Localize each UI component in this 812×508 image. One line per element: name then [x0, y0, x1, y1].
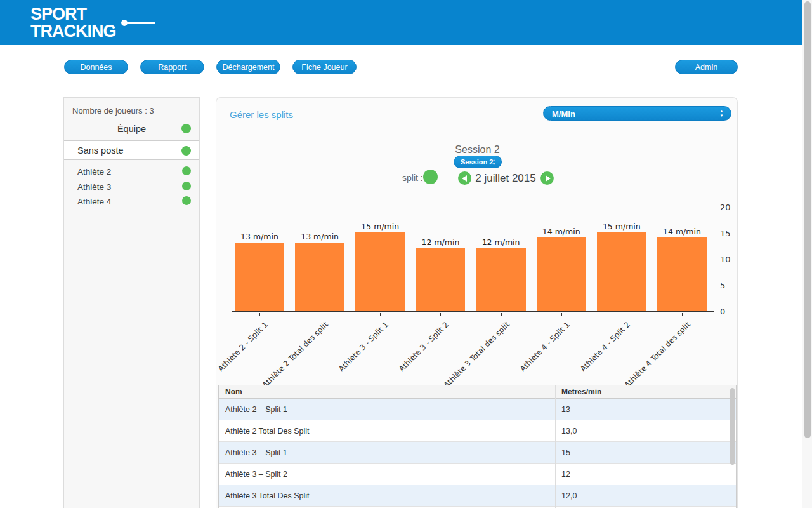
session-date: 2 juillet 2015 — [471, 172, 540, 185]
table-header: Nom Metres/min — [219, 385, 736, 399]
chart-bar[interactable] — [295, 243, 344, 311]
chart-bar[interactable] — [597, 232, 646, 311]
sidebar-item-athlete-4[interactable]: Athlète 4 — [64, 194, 199, 210]
session-heading: Session 2 — [216, 144, 738, 156]
splits-table: Nom Metres/min Athlète 2 – Split 113Athl… — [218, 385, 737, 508]
table-cell-value: 12,0 — [561, 491, 577, 500]
athlete-label: Athlète 2 — [77, 167, 111, 177]
nav-fiche-joueur-button[interactable]: Fiche Joueur — [292, 60, 357, 74]
select-arrows-icon: ▲▼ — [491, 158, 497, 166]
nav-buttons: DonnéesRapportDéchargementFiche Joueur — [64, 60, 357, 74]
table-cell-value: 12 — [561, 470, 570, 479]
split-status-dot[interactable] — [423, 170, 438, 184]
page: SPORT TRACKING DonnéesRapportDéchargemen… — [0, 0, 812, 508]
sidebar-item-athlete-2[interactable]: Athlète 2 — [64, 164, 199, 180]
table-cell-name: Athlète 3 – Split 1 — [225, 448, 287, 457]
table-cell-name: Athlète 3 Total Des Split — [225, 491, 309, 500]
chart-bar[interactable] — [235, 243, 284, 311]
team-status-dot[interactable] — [181, 124, 191, 133]
chart-bar[interactable] — [416, 248, 465, 311]
chart-bar-value-label: 12 m/min — [405, 237, 475, 247]
arrow-left-icon — [462, 175, 467, 182]
axis-tick — [380, 313, 381, 316]
logo-track-line-icon — [126, 22, 155, 24]
select-arrows-icon: ▲▼ — [719, 109, 724, 118]
chart-bar[interactable] — [355, 232, 405, 311]
nav-donnees-button[interactable]: Données — [64, 60, 128, 74]
nav-dechargement-button[interactable]: Déchargement — [216, 60, 280, 74]
table-cell-value: 15 — [561, 448, 570, 457]
chart-bar-value-label: 14 m/min — [647, 227, 717, 236]
table-cell-name: Athlète 2 Total Des Split — [225, 427, 309, 436]
splits-bar-chart: 13 m/minAthlète 2 - Split 113 m/minAthlè… — [232, 208, 714, 312]
next-date-button[interactable] — [540, 171, 554, 185]
chart-bar[interactable] — [657, 237, 707, 311]
axis-tick — [259, 313, 260, 316]
chart-bar-value-label: 12 m/min — [466, 237, 536, 247]
chart-bar-value-label: 13 m/min — [285, 232, 355, 241]
axis-tick — [561, 313, 562, 316]
players-sidebar: Nombre de joueurs : 3 Équipe Sans poste … — [63, 97, 200, 508]
app-header: SPORT TRACKING — [0, 0, 802, 45]
chart-bar-value-label: 15 m/min — [345, 222, 415, 231]
athlete-status-dot[interactable] — [182, 182, 191, 190]
column-header-nom: Nom — [225, 387, 242, 396]
axis-tick — [320, 313, 320, 316]
table-row: Athlète 3 Total Des Split12,0 — [219, 485, 736, 507]
player-count-label: Nombre de joueurs : 3 — [72, 106, 199, 116]
athlete-list: Athlète 2Athlète 3Athlète 4 — [64, 164, 199, 210]
y-axis-tick-label: 15 — [720, 229, 739, 238]
logo-track-dot-icon — [121, 20, 128, 26]
admin-button[interactable]: Admin — [675, 60, 738, 74]
sans-poste-label: Sans poste — [77, 145, 124, 156]
gridline — [232, 208, 714, 208]
axis-tick — [440, 313, 441, 316]
sidebar-item-team[interactable]: Équipe — [64, 119, 199, 140]
table-cell-name: Athlète 2 – Split 1 — [225, 405, 287, 414]
unit-select[interactable]: M/Min ▲▼ — [543, 106, 731, 121]
previous-date-button[interactable] — [458, 171, 471, 185]
table-body: Athlète 2 – Split 113Athlète 2 Total Des… — [219, 399, 736, 507]
chart-bar[interactable] — [537, 237, 586, 311]
session-select-value: Session 2 — [461, 158, 493, 166]
chart-bar[interactable] — [476, 248, 526, 311]
table-cell-value: 13 — [561, 405, 570, 414]
sidebar-item-athlete-3[interactable]: Athlète 3 — [64, 180, 199, 195]
logo-line2: TRACKING — [30, 23, 116, 39]
athlete-status-dot[interactable] — [182, 166, 191, 175]
logo-line1: SPORT — [30, 5, 116, 23]
y-axis-tick-label: 20 — [720, 203, 739, 212]
table-cell-value: 13,0 — [561, 427, 577, 436]
arrow-right-icon — [546, 175, 551, 182]
athlete-status-dot[interactable] — [182, 196, 191, 205]
axis-tick — [501, 313, 502, 316]
athlete-label: Athlète 4 — [77, 197, 111, 206]
table-row: Athlète 2 – Split 113 — [219, 399, 736, 420]
chart-bar-value-label: 15 m/min — [587, 222, 657, 231]
chart-bar-value-label: 14 m/min — [527, 227, 596, 236]
athlete-label: Athlète 3 — [77, 182, 111, 192]
page-scrollbar-thumb[interactable] — [804, 1, 811, 438]
table-row: Athlète 2 Total Des Split13,0 — [219, 420, 736, 442]
nav-rapport-button[interactable]: Rapport — [140, 60, 204, 74]
sport-tracking-logo: SPORT TRACKING — [30, 5, 116, 39]
chart-bar-value-label: 13 m/min — [225, 232, 294, 241]
axis-tick — [622, 313, 622, 316]
table-row: Athlète 3 – Split 115 — [219, 442, 736, 464]
y-axis-tick-label: 10 — [720, 255, 739, 264]
team-label: Équipe — [64, 124, 199, 134]
table-cell-name: Athlète 3 – Split 2 — [225, 470, 287, 479]
y-axis-tick-label: 0 — [720, 307, 739, 316]
page-scrollbar[interactable] — [802, 0, 812, 508]
column-divider — [555, 385, 556, 508]
axis-tick — [682, 313, 683, 316]
y-axis-tick-label: 5 — [720, 281, 739, 290]
page-title: Gérer les splits — [230, 109, 293, 120]
split-label: split : — [402, 173, 423, 183]
table-scrollbar-thumb[interactable] — [730, 388, 735, 465]
table-row: Athlète 3 – Split 212 — [219, 464, 736, 485]
session-select[interactable]: Session 2 ▲▼ — [454, 156, 502, 168]
sans-poste-status-dot[interactable] — [181, 146, 191, 156]
sidebar-item-sans-poste[interactable]: Sans poste — [64, 140, 199, 160]
column-header-metres-min: Metres/min — [561, 387, 601, 396]
